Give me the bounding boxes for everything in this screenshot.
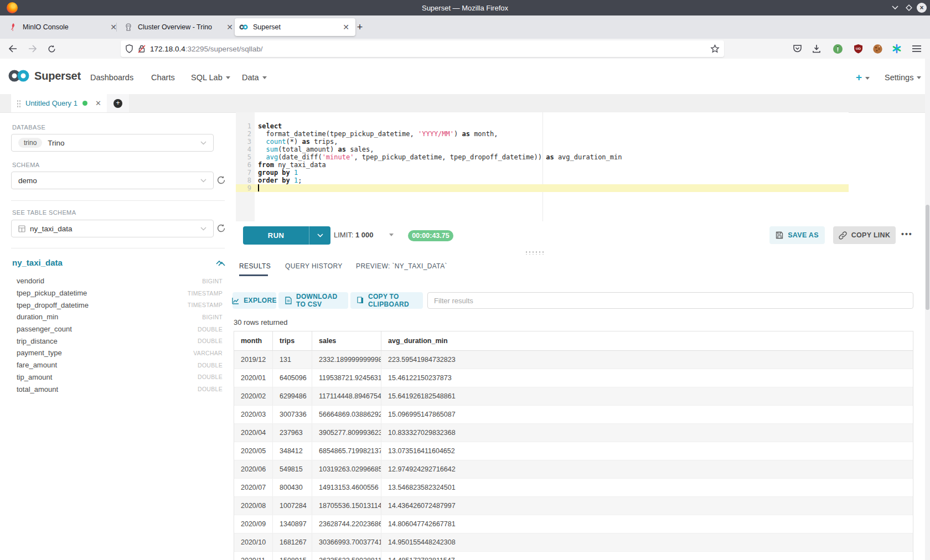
column-header[interactable]: sales [312,331,381,350]
url-bar[interactable]: 172.18.0.4:32295/superset/sqllab/ [121,40,724,57]
table-cell: 10319263.029966857 [312,460,381,478]
extension-asterisk-icon[interactable] [890,42,904,56]
browser-tab-superset[interactable]: Superset ✕ [235,18,355,36]
code-line[interactable]: 7group by 1 [236,169,849,177]
pocket-icon[interactable] [790,42,804,56]
url-text: 172.18.0.4:32295/superset/sqllab/ [150,45,262,53]
column-header[interactable]: avg_duration_min [381,331,913,350]
column-name: duration_min [17,313,58,321]
code-line[interactable]: 9 [236,184,849,192]
copy-clipboard-button[interactable]: COPY TO CLIPBOARD [350,292,423,309]
schema-select[interactable]: demo [11,172,214,189]
tab-close-icon[interactable]: ✕ [341,23,351,32]
more-actions-button[interactable]: ••• [901,230,913,238]
code-lines: 1select2 format_datetime(tpep_pickup_dat… [236,122,849,192]
schema-column-row: trip_distanceDOUBLE [17,335,223,347]
download-icon[interactable] [809,42,824,56]
table-cell: 348412 [273,442,312,460]
limit-dropdown[interactable]: LIMIT: 1 000 [334,231,394,239]
add-query-tab-button[interactable]: + [107,94,129,112]
lock-insecure-icon[interactable] [138,44,146,53]
chevron-down-icon [226,76,230,79]
refresh-schema-icon[interactable] [216,175,226,185]
pane-resize-handle[interactable] [525,251,544,255]
scrollbar-thumb[interactable] [926,205,929,310]
column-header[interactable]: month [234,331,273,350]
shield-icon[interactable] [125,44,133,53]
superset-wordmark: Superset [34,70,81,82]
explore-button[interactable]: EXPLORE [232,292,276,309]
browser-tab-minio[interactable]: MinIO Console ✕ [4,18,123,36]
code-line[interactable]: 6from ny_taxi_data [236,161,849,169]
browser-tab-trino[interactable]: Cluster Overview - Trino ✕ [120,18,239,36]
run-button[interactable]: RUN [243,226,330,245]
sql-editor[interactable]: 1select2 format_datetime(tpep_pickup_dat… [236,112,849,221]
line-number: 2 [236,130,251,138]
code-token: as [338,146,346,153]
table-row: 2020/016405096119538721.9245631715.46122… [234,369,913,387]
firefox-window: Superset — Mozilla Firefox × MinIO Conso… [0,0,930,560]
table-select[interactable]: ny_taxi_data [11,220,214,237]
query-tab-active[interactable]: Untitled Query 1 ✕ [11,94,107,112]
code-token [258,153,266,161]
tab-close-icon[interactable]: ✕ [225,23,235,32]
tab-close-icon[interactable]: ✕ [108,23,118,32]
tab-preview[interactable]: PREVIEW: `NY_TAXI_DATA` [356,262,447,270]
tab-query-history[interactable]: QUERY HISTORY [285,262,343,270]
table-cell: 3007336 [273,406,312,423]
window-maximize-button[interactable] [903,2,915,14]
run-options-dropdown[interactable] [309,226,330,245]
chevron-down-icon [200,179,206,183]
code-line[interactable]: 8order by 1; [236,177,849,184]
nav-charts[interactable]: Charts [151,73,175,82]
database-select[interactable]: trino Trino [11,134,214,152]
code-token: select [258,122,282,130]
code-line[interactable]: 1select [236,122,849,130]
column-name: payment_type [17,349,62,357]
divider [11,248,225,248]
superset-navbar [0,59,930,94]
save-as-button[interactable]: SAVE AS [769,226,825,244]
window-minimize-button[interactable] [889,2,901,14]
page-scrollbar[interactable] [925,59,930,560]
download-csv-button[interactable]: DOWNLOAD TO CSV [278,292,348,309]
window-close-button[interactable]: × [916,2,928,14]
code-token: ; [298,177,302,184]
code-token: avg_duration_min [554,153,622,161]
reload-icon[interactable] [44,42,59,56]
forward-icon[interactable] [25,42,40,56]
table-cell: 2020/02 [234,387,273,405]
privacy-badger-icon[interactable] [830,42,845,56]
table-cell: 30366993.700377416 [312,533,381,551]
tab-label: MinIO Console [23,23,104,31]
table-cell: 2020/03 [234,406,273,423]
nav-sql-lab[interactable]: SQL Lab [191,73,230,82]
copy-link-button[interactable]: COPY LINK [833,226,896,244]
settings-menu[interactable]: Settings [885,73,921,82]
new-tab-button[interactable]: + [352,19,368,35]
code-line[interactable]: 4 sum(total_amount) as sales, [236,146,849,153]
code-line[interactable]: 5 avg(date_diff('minute', tpep_pickup_da… [236,153,849,161]
cookie-icon[interactable] [870,42,885,56]
filter-results-input[interactable] [427,292,913,309]
superset-brand[interactable]: Superset [8,69,81,83]
new-content-button[interactable]: + [856,71,870,84]
nav-data[interactable]: Data [242,73,267,82]
code-text: from ny_taxi_data [255,161,326,169]
column-header[interactable]: trips [273,331,312,350]
file-icon [285,297,292,304]
bookmark-star-icon[interactable] [710,44,720,53]
back-icon[interactable] [6,42,20,56]
ublock-icon[interactable]: UO [851,42,865,56]
table-cell: 26335623.58028811 [312,552,381,560]
refresh-table-icon[interactable] [216,224,226,234]
tab-label: Cluster Overview - Trino [138,23,220,31]
table-row: 2020/10168126730366993.70037741614.95015… [234,533,913,552]
code-line[interactable]: 3 count(*) as trips, [236,138,849,146]
collapse-results-icon[interactable] [218,261,225,266]
nav-dashboards[interactable]: Dashboards [90,73,133,82]
tab-results[interactable]: RESULTS [239,262,271,270]
code-line[interactable]: 2 format_datetime(tpep_pickup_datetime, … [236,130,849,138]
query-tab-close-icon[interactable]: ✕ [95,99,101,107]
hamburger-menu-icon[interactable] [910,42,924,56]
